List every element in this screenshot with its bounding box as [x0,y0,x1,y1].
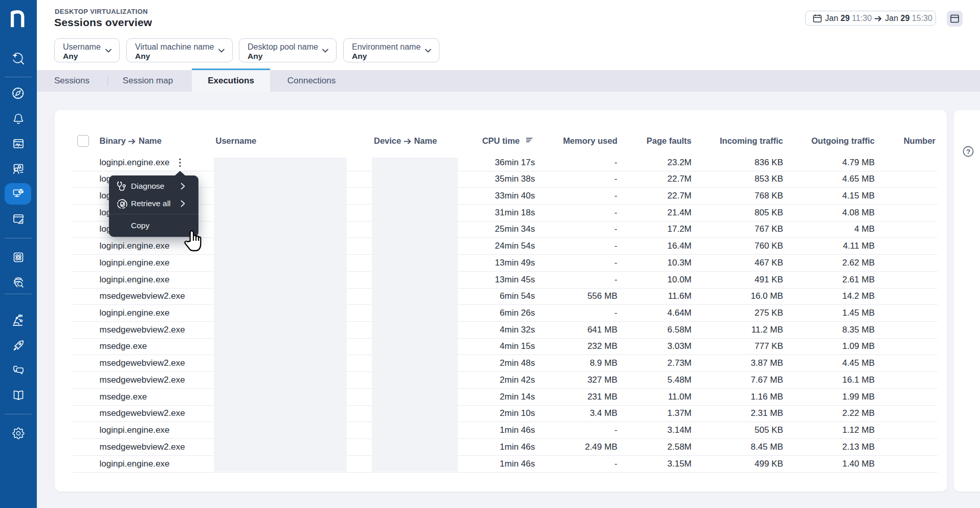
svg-text:?: ? [966,148,970,156]
